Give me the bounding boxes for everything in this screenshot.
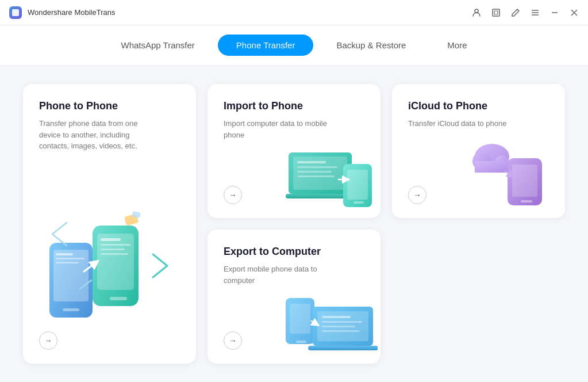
svg-rect-10	[53, 250, 89, 301]
window-button[interactable]	[491, 8, 501, 17]
titlebar-left: Wondershare MobileTrans	[9, 6, 115, 19]
icloud-illustration	[470, 132, 562, 207]
svg-rect-48	[322, 321, 362, 323]
svg-rect-19	[101, 244, 130, 246]
card-icloud-desc: Transfer iCloud data to phone	[408, 118, 523, 129]
svg-rect-35	[512, 165, 537, 197]
card-import-title: Import to Phone	[224, 100, 364, 112]
menu-button[interactable]	[531, 8, 540, 17]
svg-point-0	[475, 9, 478, 13]
svg-rect-13	[56, 258, 84, 259]
svg-rect-14	[56, 262, 79, 263]
edit-button[interactable]	[511, 8, 520, 17]
svg-rect-40	[475, 161, 508, 173]
minimize-button[interactable]	[550, 8, 559, 17]
svg-rect-27	[297, 161, 326, 163]
svg-rect-11	[63, 308, 79, 311]
card-export-to-computer: Export to Computer Export mobile phone d…	[207, 230, 381, 364]
card-export-title: Export to Computer	[224, 246, 364, 258]
svg-rect-12	[56, 253, 73, 255]
card-icloud-to-phone: iCloud to Phone Transfer iCloud data to …	[392, 84, 565, 218]
svg-rect-2	[494, 11, 498, 14]
app-icon	[9, 6, 22, 19]
svg-rect-28	[297, 166, 337, 168]
card-icloud-arrow[interactable]: →	[408, 186, 426, 204]
phone-to-phone-illustration	[41, 208, 179, 329]
export-illustration	[283, 281, 378, 356]
main-content: Phone to Phone Transfer phone data from …	[0, 66, 588, 382]
card-import-to-phone: Import to Phone Import computer data to …	[207, 84, 381, 218]
tab-phone[interactable]: Phone Transfer	[218, 35, 314, 56]
svg-rect-29	[297, 171, 332, 173]
tab-whatsapp[interactable]: WhatsApp Transfer	[102, 35, 213, 56]
svg-rect-49	[322, 326, 355, 327]
card-phone-to-phone-desc: Transfer phone data from one device to a…	[39, 118, 154, 152]
svg-rect-33	[353, 201, 364, 204]
card-export-arrow[interactable]: →	[224, 331, 242, 350]
svg-rect-46	[308, 346, 378, 350]
svg-rect-50	[322, 330, 359, 332]
svg-rect-16	[97, 234, 134, 290]
app-title: Wondershare MobileTrans	[28, 8, 115, 17]
titlebar: Wondershare MobileTrans	[0, 0, 588, 25]
card-phone-to-phone: Phone to Phone Transfer phone data from …	[23, 84, 196, 364]
card-import-arrow[interactable]: →	[224, 186, 242, 204]
card-icloud-title: iCloud to Phone	[408, 100, 549, 112]
svg-rect-47	[322, 316, 351, 318]
card-phone-to-phone-arrow[interactable]: →	[39, 331, 57, 350]
card-import-desc: Import computer data to mobile phone	[224, 118, 339, 140]
svg-rect-1	[493, 9, 499, 16]
svg-rect-30	[297, 175, 335, 177]
close-button[interactable]	[570, 8, 579, 17]
svg-rect-21	[101, 253, 128, 255]
import-illustration	[286, 138, 375, 207]
svg-rect-43	[296, 341, 306, 343]
account-button[interactable]	[472, 8, 481, 17]
svg-rect-32	[347, 170, 368, 200]
svg-rect-20	[101, 249, 125, 250]
navbar: WhatsApp Transfer Phone Transfer Backup …	[0, 25, 588, 66]
tab-backup[interactable]: Backup & Restore	[318, 35, 424, 56]
svg-rect-17	[110, 297, 127, 300]
titlebar-controls	[472, 8, 579, 17]
svg-rect-18	[101, 238, 121, 241]
card-phone-to-phone-title: Phone to Phone	[39, 100, 180, 112]
tab-more[interactable]: More	[429, 35, 485, 56]
svg-rect-42	[290, 304, 310, 334]
svg-rect-36	[521, 200, 532, 203]
